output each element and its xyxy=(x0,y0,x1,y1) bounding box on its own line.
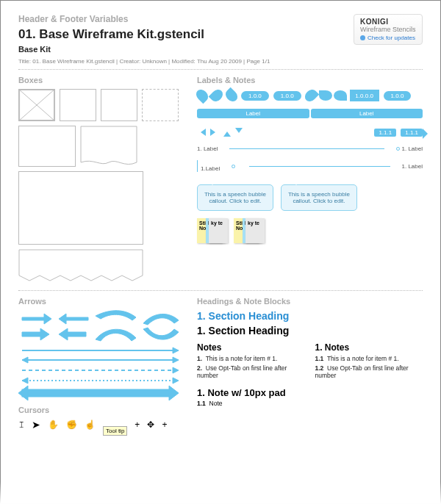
pin-drop-icon[interactable] xyxy=(209,87,226,104)
pin-drop-icon[interactable] xyxy=(223,87,240,104)
labels-grid: 1.0.0 1.0.0 1.0.0.0 1.0.0 Label Label xyxy=(197,89,423,174)
box-medium[interactable] xyxy=(18,126,76,167)
pin-drop-icon[interactable] xyxy=(194,87,211,104)
version-pill[interactable]: 1.0.0 xyxy=(384,91,412,101)
info-icon xyxy=(360,35,365,40)
notes-heading-a: Notes xyxy=(197,342,305,353)
box-with-x[interactable] xyxy=(18,89,55,121)
check-updates-link[interactable]: Check for updates xyxy=(360,35,416,41)
version-hex[interactable]: 1.0.0.0 xyxy=(350,90,379,101)
section-cursors-heading: Cursors xyxy=(18,406,184,414)
box-dashed[interactable] xyxy=(142,89,179,121)
triangle-right-icon[interactable] xyxy=(210,129,219,136)
section-heading-black[interactable]: 1. Section Heading xyxy=(197,325,423,336)
cursor-openhand-icon[interactable]: ✋ xyxy=(48,420,59,430)
sticky-note-group[interactable]: Sticky Notes ky te ky te xyxy=(197,218,228,243)
bottom-fade xyxy=(0,482,441,504)
badge-line: Wireframe Stencils xyxy=(360,26,416,33)
speech-bubble[interactable]: This is a speech bubble callout. Click t… xyxy=(281,184,357,211)
notes-heading-b: 1. Notes xyxy=(315,342,423,353)
cursor-plus-icon[interactable]: + xyxy=(162,420,167,430)
cursor-pointer-icon[interactable]: ☝ xyxy=(85,420,96,430)
box-large[interactable] xyxy=(18,171,143,245)
speech-bubble[interactable]: This is a speech bubble callout. Click t… xyxy=(197,184,273,211)
cursor-grab-icon[interactable]: ✊ xyxy=(66,420,77,430)
cursor-ibeam-icon[interactable]: 𝙸 xyxy=(18,420,24,430)
label-bar-left[interactable]: Label xyxy=(197,109,309,118)
page-subtitle: Base Kit xyxy=(18,45,204,54)
pin-drop-icon[interactable] xyxy=(319,90,332,101)
box-plain-2[interactable] xyxy=(101,89,137,121)
tooltip-sample: Tool tip xyxy=(103,426,127,436)
section-heading-blue[interactable]: 1. Section Heading xyxy=(197,310,423,322)
divider xyxy=(18,290,423,291)
triangle-left-icon[interactable] xyxy=(197,129,206,136)
section-headings-heading: Headings & Note Blocks xyxy=(197,297,423,306)
sticky-note-group[interactable]: Sticky Notes ky te ky te xyxy=(234,218,265,243)
box-page-tear[interactable] xyxy=(18,249,143,281)
cursor-crosshair-icon[interactable]: + xyxy=(135,420,140,430)
header-footer-vars-label: Header & Footer Variables xyxy=(18,14,204,24)
badge-brand: KONIGI xyxy=(360,18,416,26)
arrows-stencil[interactable] xyxy=(18,310,184,406)
note-padded-heading[interactable]: 1. Note w/ 10px pad xyxy=(197,387,423,398)
page-meta: Title: 01. Base Wireframe Kit.gstencil |… xyxy=(18,58,423,65)
cursor-move-icon[interactable]: ✥ xyxy=(147,420,154,430)
marker-tag-pointer[interactable]: 1.1.1 xyxy=(401,129,423,137)
version-pill[interactable]: 1.0.0 xyxy=(273,91,301,101)
section-arrows-heading: Arrows xyxy=(18,297,184,306)
version-pill[interactable]: 1.0.0 xyxy=(241,91,269,101)
cursors-row: 𝙸 ➤ ✋ ✊ ☝ Tool tip + ✥ + xyxy=(18,419,184,431)
section-labels-heading: Labels & Notes xyxy=(197,76,423,84)
triangle-up-icon[interactable] xyxy=(223,128,231,137)
note-padded-body: 1.1 Note xyxy=(197,400,423,407)
svg-rect-7 xyxy=(22,389,173,397)
divider xyxy=(18,69,423,70)
konigi-badge[interactable]: KONIGI Wireframe Stencils Check for upda… xyxy=(354,14,423,45)
marker-tag[interactable]: 1.1.1 xyxy=(374,129,396,137)
box-wavy[interactable] xyxy=(80,126,137,167)
triangle-down-icon[interactable] xyxy=(235,128,243,137)
label-bar-right[interactable]: Label xyxy=(311,109,423,118)
cursor-arrow-icon[interactable]: ➤ xyxy=(32,419,40,431)
sticky-grey[interactable]: ky te xyxy=(245,218,265,243)
section-boxes-heading: Boxes xyxy=(18,76,184,84)
pin-drop-icon[interactable] xyxy=(302,87,319,104)
notes-list-b: 1.1 This is a note for item # 1. 1.2 Use… xyxy=(315,355,423,379)
sticky-grey[interactable]: ky te xyxy=(209,218,228,243)
notes-list-a: 1. This is a note for item # 1. 2. Use O… xyxy=(197,355,305,379)
box-plain[interactable] xyxy=(60,89,96,121)
page-title: 01. Base Wireframe Kit.gstencil xyxy=(18,27,204,42)
